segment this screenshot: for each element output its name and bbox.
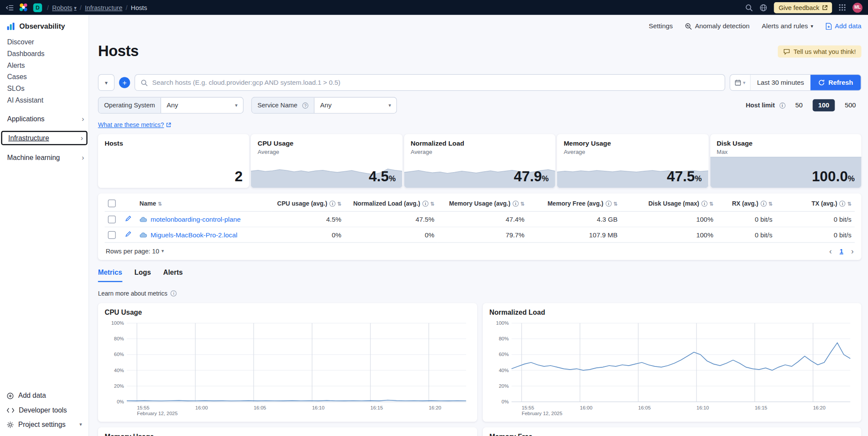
sidebar-item-ai-assistant[interactable]: AI Assistant (0, 95, 89, 107)
breadcrumb-separator: / (80, 4, 82, 11)
search-input[interactable] (152, 79, 719, 87)
host-limit-option-500[interactable]: 500 (839, 99, 861, 111)
select-all-checkbox[interactable] (108, 200, 116, 207)
kpi-normalized-load[interactable]: Normalized Load Average 47.9% (404, 134, 555, 188)
sidebar-item-cases[interactable]: Cases (0, 71, 89, 83)
memory-usage-chart-card[interactable]: Memory Usage 100%80%60%40%20%0%15:55Febr… (98, 427, 477, 436)
cell-load: 0% (345, 227, 438, 243)
sidebar-item-alerts[interactable]: Alerts (0, 60, 89, 72)
saved-query-menu-button[interactable]: ▾ (98, 74, 115, 91)
service-name-label: Service Name ? (252, 97, 314, 113)
search-icon[interactable] (746, 3, 753, 11)
info-icon[interactable]: i (330, 201, 336, 207)
sidebar-group-machine-learning[interactable]: Machine learning › (0, 151, 89, 165)
sidebar-group-infrastructure[interactable]: Infrastructure › (1, 131, 88, 145)
globe-icon[interactable] (760, 3, 768, 11)
chevron-down-icon: ▾ (162, 248, 164, 254)
info-icon[interactable]: i (779, 102, 785, 108)
info-icon[interactable]: i (606, 201, 612, 207)
chart-title: Normalized Load (489, 309, 855, 316)
host-limit-option-50[interactable]: 50 (790, 99, 809, 111)
sidebar-add-data[interactable]: Add data (0, 389, 89, 403)
breadcrumb-infrastructure[interactable]: Infrastructure (85, 4, 122, 11)
host-name-link[interactable]: motelonboarding-control-plane (151, 215, 241, 223)
kpi-hosts[interactable]: Hosts 2 (98, 134, 250, 188)
previous-page-button[interactable]: ‹ (829, 246, 832, 255)
page-header: Hosts Tell us what you think! (98, 43, 861, 60)
tab-metrics[interactable]: Metrics (98, 269, 122, 282)
menu-collapse-icon[interactable] (6, 4, 14, 11)
cell-memory: 47.4% (438, 211, 528, 227)
tab-alerts[interactable]: Alerts (163, 269, 183, 282)
column-header-memory-free[interactable]: Memory Free (avg.)i⇅ (528, 196, 621, 211)
cell-tx: 0 bit/s (776, 211, 855, 227)
breadcrumb-robots[interactable]: Robots▾ (52, 4, 76, 11)
kpi-subtitle: Average (411, 149, 549, 155)
add-data-link[interactable]: Add data (825, 22, 861, 30)
cell-disk: 100% (621, 227, 717, 243)
elastic-logo[interactable] (19, 3, 28, 12)
help-icon[interactable]: ? (302, 102, 308, 108)
row-checkbox[interactable] (108, 216, 116, 223)
kpi-memory-usage[interactable]: Memory Usage Average 47.5% (557, 134, 709, 188)
deployment-badge[interactable]: D (33, 3, 42, 12)
info-icon[interactable]: i (839, 201, 845, 207)
sidebar-group-applications[interactable]: Applications › (0, 112, 89, 126)
kpi-disk-usage[interactable]: Disk Usage Max 100.0% (710, 134, 861, 188)
sort-icon: ⇅ (158, 201, 162, 207)
alerts-and-rules-menu[interactable]: Alerts and rules ▾ (762, 22, 813, 30)
host-limit-option-100[interactable]: 100 (812, 99, 835, 111)
host-name-link[interactable]: Miguels-MacBook-Pro-2.local (151, 231, 238, 239)
kpi-value: 2 (234, 168, 242, 185)
apps-menu-icon[interactable] (838, 4, 846, 11)
info-icon[interactable]: i (512, 201, 518, 207)
user-avatar[interactable]: ML (852, 3, 862, 13)
sidebar-item-dashboards[interactable]: Dashboards (0, 48, 89, 60)
info-icon[interactable]: i (422, 201, 429, 207)
sidebar-developer-tools[interactable]: Developer tools (0, 403, 89, 417)
cpu-usage-chart: 100%80%60%40%20%0%15:55February 12, 2025… (105, 320, 471, 417)
service-name-select[interactable]: Any ▾ (314, 97, 396, 113)
kpi-cpu-usage[interactable]: CPU Usage Average 4.5% (251, 134, 403, 188)
next-page-button[interactable]: › (851, 246, 854, 255)
refresh-button[interactable]: Refresh (811, 75, 861, 90)
pagination: ‹ 1 › (829, 246, 854, 255)
feedback-banner[interactable]: Tell us what you think! (778, 45, 861, 57)
learn-more-link[interactable]: Learn more about metrics i (98, 290, 177, 296)
row-checkbox[interactable] (108, 231, 116, 239)
operating-system-select[interactable]: Any ▾ (161, 97, 243, 113)
column-header-rx[interactable]: RX (avg.)i⇅ (716, 196, 776, 211)
kpi-title: Disk Usage (717, 140, 855, 147)
svg-text:February 12, 2025: February 12, 2025 (521, 411, 562, 416)
info-icon[interactable]: i (701, 201, 707, 207)
settings-link[interactable]: Settings (649, 22, 673, 30)
add-filter-button[interactable]: + (119, 77, 130, 88)
page-number[interactable]: 1 (840, 247, 844, 255)
kpi-row: Hosts 2 CPU Usage Average 4.5% Normalize… (98, 134, 861, 188)
column-header-memory-usage[interactable]: Memory Usage (avg.)i⇅ (438, 196, 528, 211)
what-are-these-metrics-link[interactable]: What are these metrics? (98, 121, 172, 128)
normalized-load-chart-card[interactable]: Normalized Load 100%80%60%40%20%0%15:55F… (483, 303, 861, 422)
rows-per-page-selector[interactable]: Rows per page: 10 ▾ (106, 248, 164, 254)
info-icon[interactable]: i (761, 201, 767, 207)
time-range-display[interactable]: Last 30 minutes (750, 75, 811, 90)
sidebar-item-discover[interactable]: Discover (0, 37, 89, 48)
column-header-tx[interactable]: TX (avg.)i⇅ (776, 196, 855, 211)
breadcrumb: / Robots▾ / Infrastructure / Hosts (47, 4, 147, 11)
give-feedback-button[interactable]: Give feedback (774, 2, 832, 13)
cpu-usage-chart-card[interactable]: CPU Usage 100%80%60%40%20%0%15:55Februar… (98, 303, 477, 422)
tab-logs[interactable]: Logs (135, 269, 151, 282)
column-header-normalized-load[interactable]: Normalized Load (avg.)i⇅ (345, 196, 438, 211)
calendar-menu-button[interactable]: ▾ (730, 75, 751, 90)
edit-pencil-icon[interactable] (125, 215, 132, 222)
sidebar-project-settings[interactable]: Project settings ▾ (0, 417, 89, 432)
column-header-disk-usage[interactable]: Disk Usage (max)i⇅ (621, 196, 717, 211)
memory-free-chart-card[interactable]: Memory Free 5.0GB4.0GB3.0GB2.0GB1.0GB0.0… (483, 427, 861, 436)
external-link-icon (822, 5, 828, 10)
column-header-name[interactable]: Name⇅ (136, 196, 271, 211)
sidebar-item-slos[interactable]: SLOs (0, 83, 89, 95)
edit-pencil-icon[interactable] (125, 230, 132, 237)
svg-text:16:20: 16:20 (429, 405, 441, 410)
column-header-cpu[interactable]: CPU usage (avg.)i⇅ (271, 196, 345, 211)
anomaly-detection-link[interactable]: Anomaly detection (685, 22, 749, 30)
